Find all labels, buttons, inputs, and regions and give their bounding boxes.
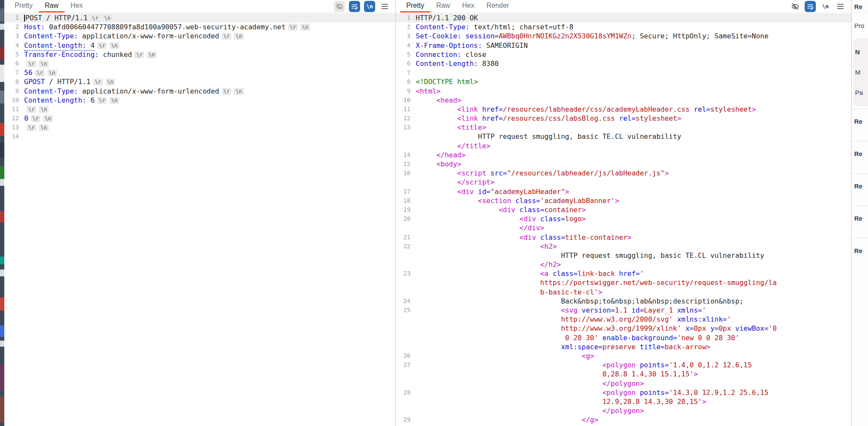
tab-hex[interactable]: Hex xyxy=(456,0,480,13)
code-line-text: xml:space=preserve title=back-arrow> xyxy=(416,342,851,351)
tab-pretty[interactable]: Pretty xyxy=(9,0,39,13)
request-editor-text[interactable]: 1POST / HTTP/1.1\r\n2Host: 0afd006604477… xyxy=(4,13,395,426)
response-editor-text[interactable]: 1HTTP/1.1 200 OK2Content-Type: text/html… xyxy=(396,13,851,426)
line-number xyxy=(396,251,416,260)
code-line-text: <div class=title-container> xyxy=(416,233,851,242)
line-number: 1 xyxy=(4,13,24,22)
tab-pretty[interactable]: Pretty xyxy=(400,0,430,13)
code-line-text: <link href=/resources/labheader/css/acad… xyxy=(416,105,851,114)
code-line-text: </polygon> xyxy=(416,406,851,415)
inspector-section-label[interactable]: Re xyxy=(852,206,868,238)
menu-icon[interactable] xyxy=(835,1,846,12)
line-number: 15 xyxy=(396,160,416,169)
code-line: 6\r\n xyxy=(4,59,395,68)
crlf-badge: \n xyxy=(109,97,119,104)
code-line-text: Content-Type: application/x-www-form-url… xyxy=(24,31,395,41)
desktop-icon-fragment xyxy=(0,91,4,103)
line-number xyxy=(396,178,416,187)
line-number xyxy=(396,288,416,297)
desktop-icon-fragment xyxy=(0,326,4,337)
code-line: 8GPOST / HTTP/1.1\r\n xyxy=(4,77,395,86)
code-line-text: Back&nbsp;to&nbsp;lab&nbsp;description&n… xyxy=(416,297,851,306)
line-number: 3 xyxy=(4,31,24,41)
code-line-text: 56\r\n xyxy=(24,68,395,77)
code-line: 13\r\n xyxy=(4,123,395,132)
code-line-text: b-basic-te-cl'> xyxy=(416,288,851,297)
code-line-text: <h2> xyxy=(416,242,851,251)
word-wrap-icon[interactable] xyxy=(349,1,360,12)
inspector-section-label[interactable]: Re xyxy=(852,238,868,270)
inspector-attributes-box: NMPa xyxy=(853,38,868,106)
inspector-section-label[interactable]: Re xyxy=(852,173,868,206)
desktop-icon-fragment xyxy=(0,211,4,222)
line-number: 4 xyxy=(396,41,416,50)
crlf-badge: \n xyxy=(39,60,48,67)
crlf-badge: \r xyxy=(35,69,44,76)
desktop-icon-fragment xyxy=(0,47,4,60)
crlf-badge: \r xyxy=(97,97,107,104)
tab-raw[interactable]: Raw xyxy=(430,0,456,13)
word-wrap-icon[interactable] xyxy=(805,1,816,12)
code-line: 14 </head> xyxy=(396,150,851,160)
crlf-badge: \n xyxy=(43,115,53,122)
inspector-attribute-row: Pa xyxy=(855,82,868,103)
crlf-badge: \r xyxy=(134,51,144,58)
code-line-text: <polygon points='1.4,0 0,1.2 12.6,15 xyxy=(416,360,851,370)
request-panel: PrettyRawHex \n 1POST / HTTP/1.1\r\n2Hos… xyxy=(4,0,396,426)
code-line-text: </polygon> xyxy=(416,379,851,388)
line-number: 20 xyxy=(396,214,416,223)
tab-raw[interactable]: Raw xyxy=(39,0,65,13)
code-line: 3Set-Cookie: session=AWBbq0HnrNOIKGz2n2X… xyxy=(396,31,851,41)
code-line: 0,28.8 1.4,30 15.1,15'> xyxy=(396,370,851,379)
code-line-text: </script> xyxy=(416,178,851,187)
line-number: 23 xyxy=(396,269,416,278)
code-line: 5Transfer-Encoding: chunked\r\n xyxy=(4,50,395,59)
code-line-text: <section class='academyLabBanner'> xyxy=(416,196,851,205)
inspector-section-label[interactable]: Re xyxy=(852,109,868,141)
code-line: 12.9,28.8 14.3,30 28,15'> xyxy=(396,397,851,406)
line-number: 11 xyxy=(4,105,24,114)
hide-nonprinting-eye-icon[interactable] xyxy=(334,1,345,12)
code-line: 12 <link href=/resources/css/labsBlog.cs… xyxy=(396,114,851,123)
crlf-badge: \n xyxy=(39,124,48,131)
code-line-text: HTTP/1.1 200 OK xyxy=(416,13,851,22)
response-panel: PrettyRawHexRender \n 1HTTP/1.1 200 OK2C… xyxy=(396,0,852,426)
code-line: 120\r\n xyxy=(4,114,395,123)
tab-render[interactable]: Render xyxy=(480,0,515,13)
line-number: 9 xyxy=(396,87,416,96)
crlf-badge: \n xyxy=(147,51,156,58)
inspector-section-label[interactable]: Re xyxy=(852,141,868,173)
hide-nonprinting-eye-icon[interactable] xyxy=(790,1,801,12)
inspector-section-label: Re xyxy=(852,0,868,13)
code-line: HTTP request smuggling, basic TE.CL vuln… xyxy=(396,132,851,141)
code-line: </h2> xyxy=(396,260,851,269)
newline-toggle-icon[interactable]: \n xyxy=(820,1,831,12)
crlf-badge: \n xyxy=(47,69,57,76)
code-line: 30 </svg> xyxy=(396,424,851,426)
line-number: 26 xyxy=(396,351,416,360)
code-line-text: \r\n xyxy=(24,59,395,68)
code-line-text: </head> xyxy=(416,150,851,160)
menu-icon[interactable] xyxy=(379,1,390,12)
line-number: 2 xyxy=(4,22,24,31)
code-line: 8<!DOCTYPE html> xyxy=(396,77,851,86)
crlf-badge: \n xyxy=(39,106,48,113)
code-line-text: POST / HTTP/1.1\r\n xyxy=(24,13,395,22)
line-number: 14 xyxy=(396,150,416,160)
code-line-text: 0,28.8 1.4,30 15.1,15'> xyxy=(416,370,851,379)
code-line-text: http://www.w3.org/1999/xlink' x=0px y=0p… xyxy=(416,324,851,333)
code-line: HTTP request smuggling, basic TE.CL vuln… xyxy=(396,251,851,260)
code-line: 17 <div id="academyLabHeader"> xyxy=(396,187,851,196)
line-number: 13 xyxy=(396,123,416,132)
code-line-text: Content-Type: application/x-www-form-url… xyxy=(24,87,395,96)
code-line: 29 </g> xyxy=(396,415,851,424)
inspector-attribute-row: N xyxy=(855,42,868,62)
code-line-text: <head> xyxy=(416,96,851,105)
code-line: 22 <h2> xyxy=(396,242,851,251)
tab-hex[interactable]: Hex xyxy=(65,0,89,13)
code-line: 5Connection: close xyxy=(396,50,851,59)
newline-toggle-icon[interactable]: \n xyxy=(364,1,375,12)
code-line-text: http://www.w3.org/2000/svg' xmlns:xlink=… xyxy=(416,315,851,324)
line-number xyxy=(396,315,416,324)
code-line-text: </title> xyxy=(416,141,851,150)
